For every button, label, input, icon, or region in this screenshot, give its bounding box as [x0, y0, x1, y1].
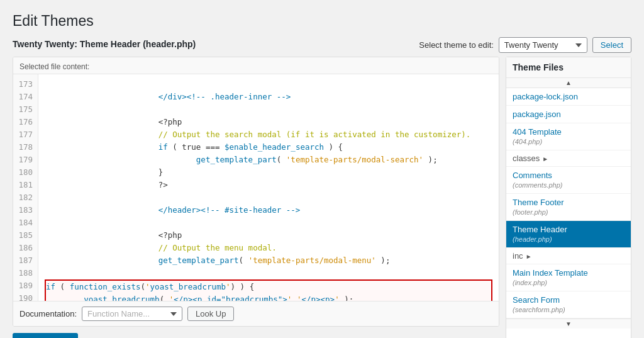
sidebar-item-filename: (searchform.php): [513, 306, 565, 313]
line-number: 187: [18, 254, 33, 267]
code-line: get_template_part( 'template-parts/modal…: [45, 154, 492, 166]
page-title: Edit Themes: [13, 13, 631, 30]
sidebar-item-link[interactable]: Search Form: [513, 295, 625, 305]
line-number: 178: [18, 141, 33, 154]
sidebar-folder-inc[interactable]: inc►: [506, 248, 631, 264]
scroll-down-icon[interactable]: ▼: [565, 320, 572, 327]
sidebar-item-filename: (footer.php): [513, 208, 548, 216]
code-line: [45, 267, 492, 279]
line-number: 176: [18, 116, 33, 128]
select-theme-button[interactable]: Select: [592, 37, 631, 53]
code-line: // Output the menu modal.: [45, 242, 492, 254]
line-number: 177: [18, 128, 33, 141]
code-line: </div><!-- .header-inner -->: [45, 91, 492, 103]
theme-files-sidebar: Theme Files ▲ package-lock.jsonpackage.j…: [506, 57, 631, 338]
line-number: 183: [18, 204, 33, 217]
line-number: 173: [18, 78, 33, 91]
code-container[interactable]: 1731741751761771781791801811821831841851…: [13, 74, 499, 301]
folder-arrow-icon: ►: [526, 253, 532, 260]
line-number: 181: [18, 179, 33, 191]
sidebar-folder-classes[interactable]: classes►: [506, 150, 631, 167]
code-line: yoast_breadcrumb( '</p><p id="breadcrumb…: [45, 293, 492, 301]
sidebar-item-link[interactable]: 404 Template: [513, 127, 625, 137]
folder-name: classes: [513, 154, 540, 163]
line-number: 188: [18, 267, 33, 279]
code-line: }: [45, 166, 492, 179]
sidebar-item-filename: (404.php): [513, 138, 542, 145]
sidebar-item-link[interactable]: Main Index Template: [513, 268, 625, 278]
lookup-button[interactable]: Look Up: [187, 307, 234, 321]
sidebar-item-comments[interactable]: Comments(comments.php): [506, 167, 631, 194]
code-line: [45, 78, 492, 91]
page-subtitle: Twenty Twenty: Theme Header (header.php): [13, 39, 196, 49]
code-line: ?>: [45, 179, 492, 191]
line-number: 185: [18, 229, 33, 242]
documentation-bar: Documentation: Function Name... Look Up: [13, 301, 499, 326]
code-editor: Selected file content: 17317417517617717…: [13, 57, 499, 327]
scroll-up-icon[interactable]: ▲: [565, 79, 572, 86]
sidebar-item-packagejson[interactable]: package.json: [506, 106, 631, 123]
sidebar-item-link[interactable]: Theme Footer: [513, 198, 625, 207]
sidebar-item-theme-footer[interactable]: Theme Footer(footer.php): [506, 194, 631, 221]
code-line: <?php: [45, 116, 492, 128]
sidebar-item-main-index-template[interactable]: Main Index Template(index.php): [506, 264, 631, 291]
sidebar-item-filename: (header.php): [513, 235, 552, 243]
theme-selector-row: Select theme to edit: Twenty TwentyTwent…: [419, 37, 631, 53]
sidebar-header: Theme Files: [506, 57, 631, 78]
code-lines[interactable]: </div><!-- .header-inner --> <?php // Ou…: [38, 74, 499, 301]
sidebar-scroll: package-lock.jsonpackage.json404 Templat…: [506, 88, 631, 318]
sidebar-item-search-form[interactable]: Search Form(searchform.php): [506, 291, 631, 318]
line-numbers: 1731741751761771781791801811821831841851…: [13, 74, 38, 301]
line-number: 186: [18, 242, 33, 254]
line-number: 174: [18, 91, 33, 103]
sidebar-item-link[interactable]: Comments: [513, 171, 625, 180]
sidebar-item-theme-header[interactable]: Theme Header(header.php): [506, 221, 631, 248]
sidebar-item-link[interactable]: package-lock.json: [513, 92, 625, 101]
sidebar-item-404-template[interactable]: 404 Template(404.php): [506, 123, 631, 150]
update-file-button[interactable]: Update File: [13, 333, 78, 338]
line-number: 182: [18, 191, 33, 204]
sidebar-item-filename: (index.php): [513, 279, 547, 286]
code-line: [45, 217, 492, 229]
code-line: if ( function_exists('yoast_breadcrumb')…: [45, 279, 492, 293]
code-line: get_template_part( 'template-parts/modal…: [45, 254, 492, 267]
line-number: 190: [18, 292, 33, 301]
sidebar-item-link[interactable]: package.json: [513, 110, 625, 119]
theme-selector-select[interactable]: Twenty TwentyTwenty NineteenTwenty Seven…: [499, 37, 587, 53]
code-line: [45, 191, 492, 204]
line-number: 189: [18, 279, 33, 292]
theme-selector-label: Select theme to edit:: [419, 40, 494, 50]
code-line: if ( true === $enable_header_search ) {: [45, 141, 492, 154]
line-number: 180: [18, 166, 33, 179]
sidebar-item-package-lockjson[interactable]: package-lock.json: [506, 88, 631, 106]
code-line: // Output the search modal (if it is act…: [45, 128, 492, 141]
folder-arrow-icon: ►: [542, 155, 548, 162]
code-line: <?php: [45, 229, 492, 242]
line-number: 179: [18, 154, 33, 166]
code-line: [45, 103, 492, 116]
line-number: 175: [18, 103, 33, 116]
sidebar-item-filename: (comments.php): [513, 181, 562, 189]
doc-function-select[interactable]: Function Name...: [82, 307, 182, 321]
line-number: 184: [18, 217, 33, 229]
sidebar-item-link[interactable]: Theme Header: [513, 225, 625, 234]
folder-name: inc: [513, 251, 523, 261]
doc-label: Documentation:: [19, 309, 77, 318]
file-label: Selected file content:: [13, 57, 499, 74]
code-line: </header><!-- #site-header -->: [45, 204, 492, 217]
